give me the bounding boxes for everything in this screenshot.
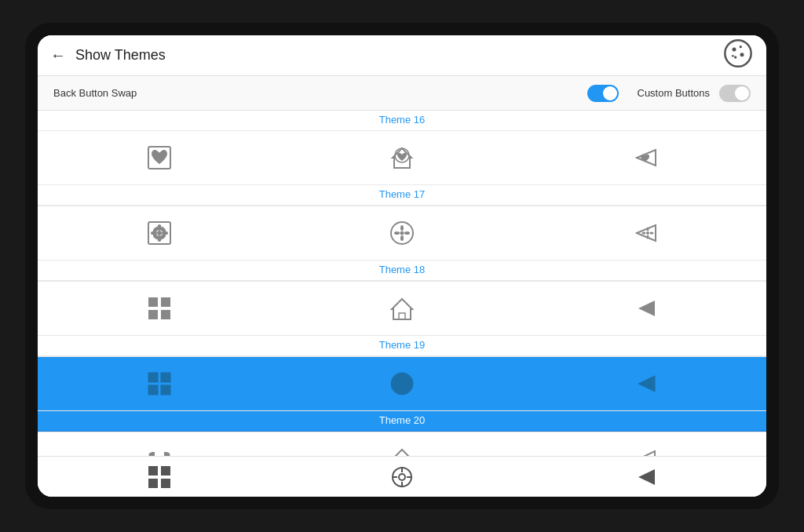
theme-17-right-icon bbox=[524, 131, 766, 184]
theme-21-row[interactable] bbox=[38, 432, 766, 456]
theme-19-right-icon bbox=[524, 282, 766, 335]
back-button[interactable]: ← bbox=[50, 46, 66, 64]
theme-18-center-icon bbox=[280, 206, 523, 260]
theme-20-row[interactable] bbox=[38, 357, 766, 411]
theme-19-item[interactable]: Theme 19 bbox=[38, 282, 766, 357]
svg-point-28 bbox=[647, 235, 649, 239]
theme-18-left-icon bbox=[38, 206, 280, 260]
theme-16-label: Theme 16 bbox=[379, 114, 426, 126]
theme-18-row[interactable] bbox=[38, 206, 766, 261]
svg-rect-34 bbox=[161, 310, 170, 319]
theme-17-label-row: Theme 17 bbox=[38, 185, 766, 206]
theme-16-label-row: Theme 16 bbox=[38, 111, 766, 131]
bottom-nav bbox=[38, 456, 766, 497]
svg-point-3 bbox=[740, 53, 744, 56]
theme-18-label-row: Theme 18 bbox=[38, 261, 766, 281]
svg-rect-73 bbox=[148, 479, 158, 488]
svg-point-29 bbox=[642, 232, 646, 235]
svg-point-22 bbox=[400, 235, 404, 241]
controls-bar: Back Button Swap Custom Buttons bbox=[38, 76, 766, 111]
theme-18-label: Theme 18 bbox=[379, 264, 426, 275]
svg-rect-71 bbox=[148, 466, 158, 476]
custom-buttons-toggle[interactable] bbox=[719, 85, 751, 102]
svg-point-21 bbox=[400, 225, 404, 231]
theme-18-item[interactable]: Theme 18 bbox=[38, 206, 766, 282]
svg-marker-36 bbox=[638, 301, 655, 316]
screen: ← Show Themes Back Button Swap Custom Bu… bbox=[38, 35, 766, 497]
svg-point-10 bbox=[157, 231, 162, 235]
back-button-swap-toggle[interactable] bbox=[587, 85, 619, 102]
tablet-frame: ← Show Themes Back Button Swap Custom Bu… bbox=[25, 23, 779, 509]
nav-back-icon[interactable] bbox=[629, 461, 660, 493]
svg-point-0 bbox=[725, 40, 751, 66]
svg-point-51 bbox=[400, 381, 404, 386]
svg-point-23 bbox=[394, 231, 400, 235]
theme-21-center-icon bbox=[280, 432, 523, 456]
theme-19-label-row: Theme 19 bbox=[38, 336, 766, 356]
theme-19-row[interactable] bbox=[38, 282, 766, 336]
custom-buttons-label: Custom Buttons bbox=[638, 87, 711, 99]
theme-17-item[interactable]: Theme 17 bbox=[38, 131, 766, 206]
svg-rect-74 bbox=[161, 479, 170, 488]
svg-point-4 bbox=[734, 56, 736, 58]
svg-rect-33 bbox=[148, 310, 158, 319]
theme-17-center-icon bbox=[280, 131, 523, 184]
theme-17-label: Theme 17 bbox=[379, 188, 426, 200]
svg-point-30 bbox=[650, 232, 654, 235]
svg-point-20 bbox=[400, 231, 404, 235]
theme-17-row[interactable] bbox=[38, 131, 766, 185]
theme-17-left-icon bbox=[38, 131, 280, 184]
theme-list: Theme 16 bbox=[38, 111, 766, 456]
svg-point-5 bbox=[732, 55, 734, 57]
svg-rect-31 bbox=[148, 297, 158, 307]
svg-point-76 bbox=[399, 474, 405, 480]
svg-point-26 bbox=[646, 231, 649, 235]
theme-20-right-icon bbox=[524, 357, 766, 410]
theme-20-item[interactable]: Theme 20 bbox=[38, 357, 766, 432]
theme-21-left-icon bbox=[38, 432, 280, 456]
theme-19-label: Theme 19 bbox=[379, 339, 426, 351]
theme-20-label-row: Theme 20 bbox=[38, 411, 766, 432]
theme-21-right-icon bbox=[524, 432, 766, 456]
theme-20-center-icon bbox=[280, 357, 523, 410]
svg-rect-32 bbox=[161, 297, 170, 307]
theme-20-label: Theme 20 bbox=[379, 414, 426, 426]
svg-point-2 bbox=[740, 46, 742, 48]
svg-rect-35 bbox=[399, 313, 405, 319]
theme-19-center-icon bbox=[280, 282, 523, 335]
header: ← Show Themes bbox=[38, 35, 766, 76]
page-title: Show Themes bbox=[75, 47, 722, 64]
theme-18-right-icon bbox=[524, 206, 766, 260]
svg-point-24 bbox=[404, 231, 410, 235]
theme-20-left-icon bbox=[38, 357, 280, 410]
back-button-swap-label: Back Button Swap bbox=[53, 87, 587, 99]
svg-marker-81 bbox=[638, 469, 655, 485]
theme-19-left-icon bbox=[38, 282, 280, 335]
nav-grid-icon[interactable] bbox=[144, 461, 175, 493]
svg-rect-72 bbox=[161, 466, 170, 476]
theme-21-item[interactable]: Theme 21 bbox=[38, 432, 766, 456]
svg-point-27 bbox=[647, 228, 649, 231]
settings-icon[interactable] bbox=[722, 38, 754, 73]
nav-crosshair-icon[interactable] bbox=[386, 461, 418, 493]
svg-point-1 bbox=[733, 48, 736, 52]
